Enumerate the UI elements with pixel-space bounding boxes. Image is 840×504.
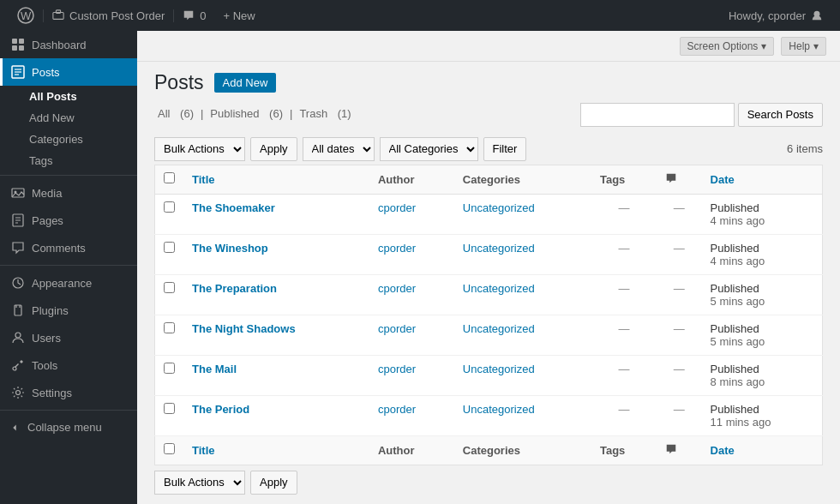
title-column-footer[interactable]: Title — [183, 435, 369, 465]
date-cell-1: Published 4 mins ago — [702, 234, 823, 274]
bulk-actions-bottom-select[interactable]: Bulk Actions — [154, 471, 245, 495]
search-input[interactable] — [580, 103, 735, 127]
category-link-5[interactable]: Uncategorized — [463, 403, 535, 416]
apply-button[interactable]: Apply — [250, 137, 297, 161]
bulk-actions-select[interactable]: Bulk Actions — [154, 137, 245, 161]
sidebar-subitem-tags[interactable]: Tags — [0, 150, 137, 171]
menu-separator — [0, 175, 137, 176]
comments-cell-1: — — [657, 234, 701, 274]
posts-area: Posts Add New All (6) | Published (6) | — [137, 62, 840, 504]
new-content-menu[interactable]: + New — [215, 9, 264, 22]
filter-button[interactable]: Filter — [483, 137, 527, 161]
menu-separator-3 — [0, 410, 137, 411]
chevron-down-icon: ▾ — [813, 40, 819, 52]
page-title-row: Posts Add New — [154, 70, 823, 96]
author-link-2[interactable]: cporder — [378, 282, 416, 295]
sidebar-item-posts[interactable]: Posts — [0, 58, 137, 86]
date-cell-5: Published 11 mins ago — [702, 395, 823, 435]
row-checkbox-1[interactable] — [164, 242, 175, 253]
categories-column-header: Categories — [454, 165, 591, 194]
sidebar-item-dashboard[interactable]: Dashboard — [0, 31, 137, 58]
table-row: The Preparation cporder Uncategorized — … — [155, 274, 823, 315]
post-title-link-5[interactable]: The Period — [192, 403, 249, 416]
row-checkbox-4[interactable] — [164, 363, 175, 374]
svg-rect-20 — [15, 305, 21, 315]
sidebar-item-appearance[interactable]: Appearance — [0, 269, 137, 297]
author-link-5[interactable]: cporder — [378, 403, 416, 416]
title-column-header[interactable]: Title — [183, 165, 369, 194]
admin-user-menu[interactable]: Howdy, cporder — [720, 9, 831, 22]
author-link-3[interactable]: cporder — [378, 322, 416, 335]
category-link-1[interactable]: Uncategorized — [463, 242, 535, 255]
sidebar-item-media[interactable]: Media — [0, 179, 137, 207]
table-row: The Night Shadows cporder Uncategorized … — [155, 315, 823, 355]
date-cell-2: Published 5 mins ago — [702, 274, 823, 315]
comments-cell-5: — — [657, 395, 701, 435]
sidebar-subitem-categories[interactable]: Categories — [0, 129, 137, 150]
date-column-footer[interactable]: Date — [702, 435, 823, 465]
select-all-header — [155, 165, 184, 194]
select-all-checkbox[interactable] — [164, 172, 175, 183]
author-link-4[interactable]: cporder — [378, 363, 416, 375]
row-checkbox-0[interactable] — [164, 201, 175, 213]
post-title-link-0[interactable]: The Shoemaker — [192, 201, 275, 214]
filter-trash-link[interactable]: Trash (1) — [296, 107, 354, 120]
sidebar-item-comments[interactable]: Comments — [0, 234, 137, 261]
category-link-4[interactable]: Uncategorized — [463, 363, 535, 375]
sidebar-subitem-add-new[interactable]: Add New — [0, 107, 137, 129]
svg-rect-7 — [12, 45, 17, 51]
row-checkbox-2[interactable] — [164, 282, 175, 293]
tags-column-footer: Tags — [591, 435, 657, 465]
filter-links: All (6) | Published (6) | Trash (1) — [154, 107, 355, 120]
tags-cell-2: — — [591, 274, 657, 315]
help-button[interactable]: Help ▾ — [781, 37, 826, 56]
sidebar-item-pages[interactable]: Pages — [0, 207, 137, 234]
author-link-0[interactable]: cporder — [378, 201, 416, 214]
author-link-1[interactable]: cporder — [378, 242, 416, 255]
add-new-button[interactable]: Add New — [214, 73, 277, 93]
page-title: Posts — [154, 70, 204, 96]
select-all-footer-checkbox[interactable] — [164, 443, 175, 454]
svg-rect-5 — [12, 39, 17, 44]
dates-select[interactable]: All dates — [303, 137, 375, 161]
post-title-link-1[interactable]: The Wineshop — [192, 242, 268, 255]
category-link-0[interactable]: Uncategorized — [463, 201, 535, 214]
sub-admin-bar: Screen Options ▾ Help ▾ — [137, 31, 840, 62]
post-title-link-2[interactable]: The Preparation — [192, 282, 277, 295]
svg-text:W: W — [21, 9, 32, 22]
sidebar-item-settings[interactable]: Settings — [0, 379, 137, 406]
sidebar-subitem-all-posts[interactable]: All Posts — [0, 86, 137, 107]
filter-all-link[interactable]: All (6) — [154, 107, 197, 120]
table-row: The Mail cporder Uncategorized — — Publi… — [155, 355, 823, 395]
author-column-footer: Author — [369, 435, 454, 465]
search-posts-button[interactable]: Search Posts — [738, 103, 823, 127]
table-row: The Period cporder Uncategorized — — Pub… — [155, 395, 823, 435]
post-title-link-4[interactable]: The Mail — [192, 363, 237, 375]
site-name[interactable]: Custom Post Order — [43, 9, 173, 22]
sidebar-item-plugins[interactable]: Plugins — [0, 297, 137, 324]
collapse-menu-button[interactable]: Collapse menu — [0, 414, 137, 441]
category-link-2[interactable]: Uncategorized — [463, 282, 535, 295]
svg-point-23 — [15, 333, 21, 338]
screen-options-button[interactable]: Screen Options ▾ — [680, 37, 775, 56]
comments-column-header — [657, 165, 701, 194]
sidebar-item-tools[interactable]: Tools — [0, 351, 137, 379]
svg-rect-8 — [19, 45, 24, 51]
wp-logo[interactable]: W — [9, 7, 43, 24]
sidebar-item-users[interactable]: Users — [0, 324, 137, 351]
apply-bottom-button[interactable]: Apply — [250, 471, 297, 495]
bottom-toolbar: Bulk Actions Apply — [154, 471, 823, 495]
post-title-link-3[interactable]: The Night Shadows — [192, 322, 296, 335]
table-toolbar: Bulk Actions Apply All dates All Categor… — [154, 137, 823, 161]
row-checkbox-3[interactable] — [164, 322, 175, 333]
filter-published-link[interactable]: Published (6) — [207, 107, 286, 120]
category-link-3[interactable]: Uncategorized — [463, 322, 535, 335]
admin-comments[interactable]: 0 — [173, 9, 214, 22]
row-checkbox-5[interactable] — [164, 403, 175, 414]
svg-rect-6 — [19, 39, 24, 44]
date-column-header[interactable]: Date — [702, 165, 823, 194]
comments-column-footer — [657, 435, 701, 465]
date-cell-3: Published 5 mins ago — [702, 315, 823, 355]
categories-select[interactable]: All Categories — [380, 137, 478, 161]
table-row: The Shoemaker cporder Uncategorized — — … — [155, 194, 823, 234]
